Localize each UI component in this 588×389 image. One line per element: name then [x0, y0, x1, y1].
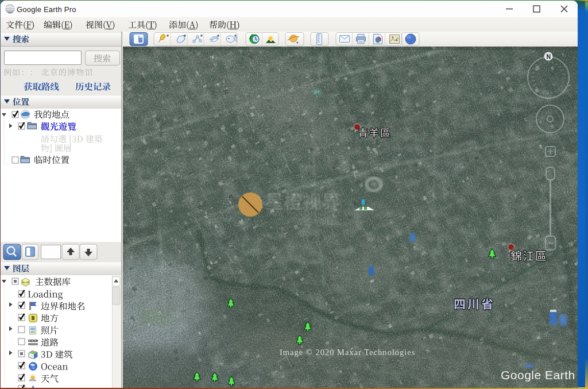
svg-text:Image © 2020 Maxar Technologie: Image © 2020 Maxar Technologies	[280, 348, 415, 357]
svg-text:Google Earth: Google Earth	[501, 368, 575, 382]
